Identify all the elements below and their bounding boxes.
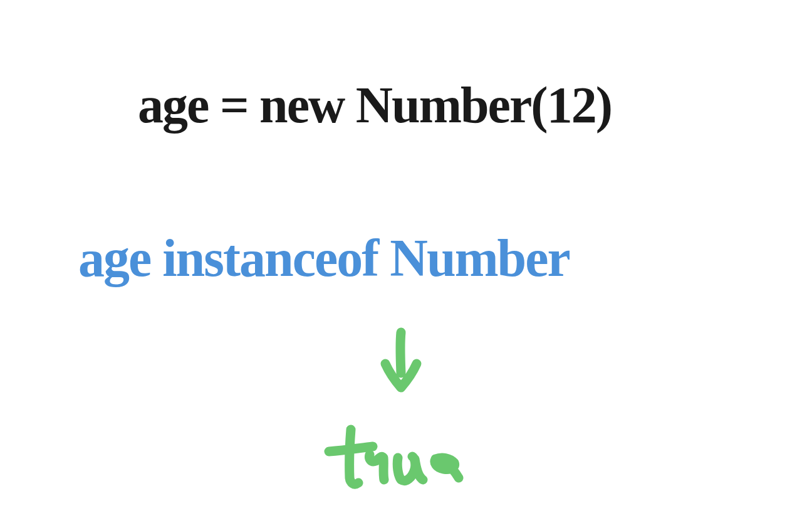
result-text-path (329, 430, 459, 484)
code-assignment-line: age = new Number(12) (138, 69, 683, 162)
assignment-text: age = new Number(12) (138, 77, 612, 134)
diagram-canvas: age = new Number(12) age instanceof Numb… (0, 0, 812, 528)
arrow-down-icon (373, 326, 429, 408)
instanceof-text: age instanceof Number (78, 229, 570, 287)
code-instanceof-line: age instanceof Number (78, 219, 742, 319)
result-line: true (320, 420, 495, 514)
